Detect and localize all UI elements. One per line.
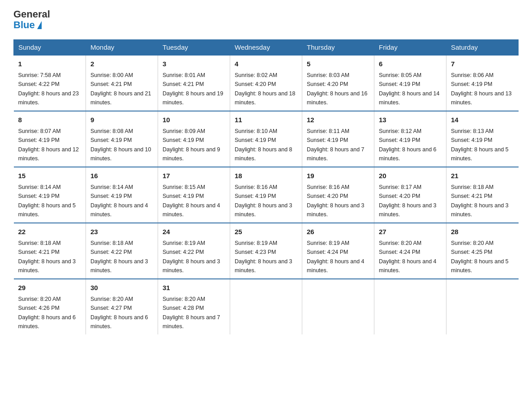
day-number: 23: [90, 227, 153, 237]
calendar-cell: 25Sunrise: 8:19 AMSunset: 4:23 PMDayligh…: [230, 223, 302, 279]
day-number: 5: [307, 59, 369, 69]
day-number: 12: [307, 115, 369, 125]
day-number: 29: [18, 283, 82, 293]
day-info: Sunrise: 7:58 AMSunset: 4:22 PMDaylight:…: [18, 72, 79, 106]
day-number: 9: [90, 115, 153, 125]
calendar-cell: 4Sunrise: 8:02 AMSunset: 4:20 PMDaylight…: [230, 55, 302, 111]
day-number: 1: [18, 59, 82, 69]
day-number: 28: [451, 227, 514, 237]
calendar-cell: 28Sunrise: 8:20 AMSunset: 4:25 PMDayligh…: [446, 223, 519, 279]
calendar-cell: 1Sunrise: 7:58 AMSunset: 4:22 PMDaylight…: [14, 55, 86, 111]
day-info: Sunrise: 8:18 AMSunset: 4:21 PMDaylight:…: [18, 240, 76, 274]
calendar-cell: 18Sunrise: 8:16 AMSunset: 4:19 PMDayligh…: [230, 167, 302, 223]
calendar-cell: 24Sunrise: 8:19 AMSunset: 4:22 PMDayligh…: [158, 223, 230, 279]
day-info: Sunrise: 8:14 AMSunset: 4:19 PMDaylight:…: [18, 184, 76, 218]
day-number: 15: [18, 171, 82, 181]
day-info: Sunrise: 8:00 AMSunset: 4:21 PMDaylight:…: [90, 72, 151, 106]
day-number: 8: [18, 115, 82, 125]
day-number: 7: [451, 59, 514, 69]
day-number: 27: [379, 227, 442, 237]
day-number: 11: [235, 115, 297, 125]
day-info: Sunrise: 8:03 AMSunset: 4:20 PMDaylight:…: [307, 72, 368, 106]
day-info: Sunrise: 8:12 AMSunset: 4:19 PMDaylight:…: [379, 128, 437, 162]
header-sunday: Sunday: [14, 40, 86, 56]
day-info: Sunrise: 8:11 AMSunset: 4:19 PMDaylight:…: [307, 128, 365, 162]
day-number: 14: [451, 115, 514, 125]
day-number: 20: [379, 171, 442, 181]
week-row-4: 22Sunrise: 8:18 AMSunset: 4:21 PMDayligh…: [14, 223, 519, 279]
calendar-cell: 7Sunrise: 8:06 AMSunset: 4:19 PMDaylight…: [446, 55, 519, 111]
day-info: Sunrise: 8:09 AMSunset: 4:19 PMDaylight:…: [163, 128, 220, 162]
day-info: Sunrise: 8:17 AMSunset: 4:20 PMDaylight:…: [379, 184, 437, 218]
day-number: 24: [163, 227, 225, 237]
day-info: Sunrise: 8:02 AMSunset: 4:20 PMDaylight:…: [235, 72, 296, 106]
day-info: Sunrise: 8:16 AMSunset: 4:20 PMDaylight:…: [307, 184, 365, 218]
calendar-cell: 20Sunrise: 8:17 AMSunset: 4:20 PMDayligh…: [374, 167, 446, 223]
header-friday: Friday: [374, 40, 446, 56]
calendar-cell: 11Sunrise: 8:10 AMSunset: 4:19 PMDayligh…: [230, 111, 302, 167]
calendar-cell: 2Sunrise: 8:00 AMSunset: 4:21 PMDaylight…: [86, 55, 158, 111]
header-monday: Monday: [86, 40, 158, 56]
day-number: 30: [90, 283, 153, 293]
day-info: Sunrise: 8:19 AMSunset: 4:22 PMDaylight:…: [163, 240, 220, 274]
calendar-cell: 12Sunrise: 8:11 AMSunset: 4:19 PMDayligh…: [302, 111, 374, 167]
calendar-cell: 5Sunrise: 8:03 AMSunset: 4:20 PMDaylight…: [302, 55, 374, 111]
day-number: 13: [379, 115, 442, 125]
day-info: Sunrise: 8:20 AMSunset: 4:24 PMDaylight:…: [379, 240, 437, 274]
day-number: 25: [235, 227, 297, 237]
day-number: 18: [235, 171, 297, 181]
calendar-cell: 15Sunrise: 8:14 AMSunset: 4:19 PMDayligh…: [14, 167, 86, 223]
day-info: Sunrise: 8:20 AMSunset: 4:27 PMDaylight:…: [90, 296, 148, 330]
calendar-cell: 29Sunrise: 8:20 AMSunset: 4:26 PMDayligh…: [14, 279, 86, 334]
day-info: Sunrise: 8:18 AMSunset: 4:22 PMDaylight:…: [90, 240, 148, 274]
calendar-cell: 27Sunrise: 8:20 AMSunset: 4:24 PMDayligh…: [374, 223, 446, 279]
calendar-cell: 17Sunrise: 8:15 AMSunset: 4:19 PMDayligh…: [158, 167, 230, 223]
calendar-cell: 26Sunrise: 8:19 AMSunset: 4:24 PMDayligh…: [302, 223, 374, 279]
calendar-cell: 23Sunrise: 8:18 AMSunset: 4:22 PMDayligh…: [86, 223, 158, 279]
day-info: Sunrise: 8:13 AMSunset: 4:19 PMDaylight:…: [451, 128, 509, 162]
day-info: Sunrise: 8:07 AMSunset: 4:19 PMDaylight:…: [18, 128, 79, 162]
day-number: 26: [307, 227, 369, 237]
day-info: Sunrise: 8:19 AMSunset: 4:23 PMDaylight:…: [235, 240, 292, 274]
header-wednesday: Wednesday: [230, 40, 302, 56]
calendar-cell: 10Sunrise: 8:09 AMSunset: 4:19 PMDayligh…: [158, 111, 230, 167]
logo-triangle-icon: [37, 21, 42, 29]
day-number: 17: [163, 171, 225, 181]
header-thursday: Thursday: [302, 40, 374, 56]
day-info: Sunrise: 8:05 AMSunset: 4:19 PMDaylight:…: [379, 72, 440, 106]
calendar-cell: [374, 279, 446, 334]
calendar-table: SundayMondayTuesdayWednesdayThursdayFrid…: [13, 39, 519, 334]
day-number: 16: [90, 171, 153, 181]
week-row-3: 15Sunrise: 8:14 AMSunset: 4:19 PMDayligh…: [14, 167, 519, 223]
day-info: Sunrise: 8:10 AMSunset: 4:19 PMDaylight:…: [235, 128, 292, 162]
day-number: 6: [379, 59, 442, 69]
day-number: 2: [90, 59, 153, 69]
calendar-cell: 31Sunrise: 8:20 AMSunset: 4:28 PMDayligh…: [158, 279, 230, 334]
logo-blue-text: Blue: [13, 20, 50, 30]
logo-general-text: General: [13, 9, 50, 20]
calendar-cell: 9Sunrise: 8:08 AMSunset: 4:19 PMDaylight…: [86, 111, 158, 167]
logo: General Blue: [13, 9, 50, 30]
calendar-cell: 19Sunrise: 8:16 AMSunset: 4:20 PMDayligh…: [302, 167, 374, 223]
header-tuesday: Tuesday: [158, 40, 230, 56]
calendar-cell: 8Sunrise: 8:07 AMSunset: 4:19 PMDaylight…: [14, 111, 86, 167]
day-info: Sunrise: 8:19 AMSunset: 4:24 PMDaylight:…: [307, 240, 365, 274]
calendar-cell: 13Sunrise: 8:12 AMSunset: 4:19 PMDayligh…: [374, 111, 446, 167]
calendar-cell: 14Sunrise: 8:13 AMSunset: 4:19 PMDayligh…: [446, 111, 519, 167]
week-row-5: 29Sunrise: 8:20 AMSunset: 4:26 PMDayligh…: [14, 279, 519, 334]
day-number: 4: [235, 59, 297, 69]
calendar-cell: 6Sunrise: 8:05 AMSunset: 4:19 PMDaylight…: [374, 55, 446, 111]
day-number: 21: [451, 171, 514, 181]
week-row-1: 1Sunrise: 7:58 AMSunset: 4:22 PMDaylight…: [14, 55, 519, 111]
calendar-cell: [230, 279, 302, 334]
day-info: Sunrise: 8:08 AMSunset: 4:19 PMDaylight:…: [90, 128, 151, 162]
calendar-cell: 30Sunrise: 8:20 AMSunset: 4:27 PMDayligh…: [86, 279, 158, 334]
day-info: Sunrise: 8:15 AMSunset: 4:19 PMDaylight:…: [163, 184, 220, 218]
day-info: Sunrise: 8:06 AMSunset: 4:19 PMDaylight:…: [451, 72, 512, 106]
day-number: 19: [307, 171, 369, 181]
day-number: 31: [163, 283, 225, 293]
day-info: Sunrise: 8:20 AMSunset: 4:26 PMDaylight:…: [18, 296, 76, 330]
calendar-cell: 3Sunrise: 8:01 AMSunset: 4:21 PMDaylight…: [158, 55, 230, 111]
day-number: 3: [163, 59, 225, 69]
day-number: 10: [163, 115, 225, 125]
